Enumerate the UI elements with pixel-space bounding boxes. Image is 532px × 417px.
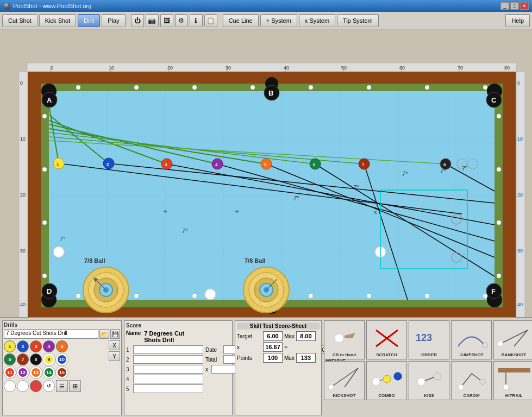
hitrail-icon[interactable]: HITRAIL <box>493 361 532 400</box>
cut-shot-button[interactable]: Cut Shot <box>2 14 37 27</box>
svg-text:8: 8 <box>443 162 446 167</box>
red-ball-button[interactable] <box>30 380 42 392</box>
drill-button[interactable]: Drill <box>78 14 100 27</box>
drill-open-button[interactable]: 📂 <box>99 329 109 339</box>
ball-10-button[interactable]: 10 <box>56 353 68 365</box>
svg-text:2: 2 <box>107 162 109 167</box>
camera-icon-button[interactable]: 📷 <box>146 14 159 27</box>
info-icon-button[interactable]: ℹ <box>190 14 203 27</box>
max-value: 8.00 <box>296 331 316 341</box>
order-icon[interactable]: 123 ORDER <box>409 320 449 359</box>
combo-icon[interactable]: COMBO <box>366 361 407 400</box>
ball-14-button[interactable]: 14 <box>43 367 55 378</box>
max-label-2: Max <box>284 355 295 361</box>
close-button[interactable]: ✕ <box>520 2 529 10</box>
svg-text:7°: 7° <box>182 228 188 234</box>
list-icon-button[interactable]: ☰ <box>56 380 68 392</box>
white-ball-button[interactable] <box>4 380 16 392</box>
kickshot-visual <box>324 363 364 393</box>
ball-1-button[interactable]: 1 <box>4 340 16 352</box>
svg-text:7/8 Ball: 7/8 Ball <box>84 257 105 264</box>
x-value-skill: 16.67 <box>263 342 283 352</box>
x-system-button[interactable]: x System <box>299 14 335 27</box>
skill-test-panel: Skill Test Score-Sheet Target 6.00 Max 8… <box>235 320 322 415</box>
svg-text:123: 123 <box>416 332 432 343</box>
svg-point-58 <box>483 294 487 298</box>
score-panel: Score Name 7 Degrees CutShots Drill 1 <box>124 320 233 415</box>
svg-point-156 <box>483 343 488 348</box>
ball-3-button[interactable]: 3 <box>30 340 42 352</box>
jumpshot-icon[interactable]: JUMPSHOT <box>451 320 492 359</box>
y-button[interactable]: Y <box>109 351 120 361</box>
kiss-icon[interactable]: KISS <box>409 361 449 400</box>
kickshot-icon[interactable]: KICKSHOT <box>324 361 365 400</box>
play-button[interactable]: Play <box>102 14 125 27</box>
drill-save-button[interactable]: 💾 <box>110 329 120 339</box>
svg-point-56 <box>367 294 371 298</box>
svg-text:0: 0 <box>20 80 23 86</box>
plus-system-button[interactable]: + System <box>260 14 297 27</box>
bankshot-icon[interactable]: BANKSHOT <box>493 320 532 359</box>
order-label: ORDER <box>421 352 437 357</box>
help-button[interactable]: Help <box>505 14 530 27</box>
score-input-2[interactable] <box>133 355 203 364</box>
score-input-4[interactable] <box>133 375 203 383</box>
tip-system-button[interactable]: Tip System <box>337 14 379 27</box>
svg-point-164 <box>383 375 391 383</box>
svg-point-174 <box>503 384 509 390</box>
score-input-1[interactable] <box>133 345 203 354</box>
white-ball-3-button[interactable]: ↺ <box>43 380 55 392</box>
scratch-visual <box>367 322 406 352</box>
score-rows: 1 2 3 4 5 <box>126 345 203 393</box>
cb-in-hand-icon[interactable]: CB in Hand <box>324 320 365 359</box>
grid-icon-button[interactable]: ⊞ <box>69 380 81 392</box>
order-visual: 123 <box>409 322 449 352</box>
svg-point-59 <box>42 114 47 118</box>
ball-9-button[interactable]: 9 <box>43 353 55 365</box>
export-icon-button[interactable]: 📋 <box>204 14 217 27</box>
ball-13-button[interactable]: 13 <box>30 367 42 378</box>
carom-icon[interactable]: CAROM <box>451 361 492 400</box>
ball-12-button[interactable]: 12 <box>17 367 29 378</box>
cue-line-button[interactable]: Cue Line <box>223 14 259 27</box>
pool-table-svg: 0 10 20 30 40 50 60 70 80 0 10 20 30 40 … <box>0 29 532 317</box>
x-button[interactable]: X <box>109 340 120 350</box>
svg-point-48 <box>367 85 371 90</box>
kick-shot-button[interactable]: Kick Shot <box>39 14 76 27</box>
white-ball-2-button[interactable] <box>17 380 29 392</box>
scratch-icon[interactable]: SCRATCH <box>366 320 407 359</box>
score-input-3[interactable] <box>133 365 203 374</box>
ball-15-button[interactable]: 15 <box>56 367 68 378</box>
title-bar-controls[interactable]: _ □ ✕ <box>500 2 529 10</box>
ball-7-button[interactable]: 7 <box>17 353 29 365</box>
max-label-1: Max <box>284 333 295 339</box>
shot-icons-row-2: KICKSHOT COMBO <box>324 361 532 400</box>
settings-icon-button[interactable]: ⚙ <box>175 14 188 27</box>
svg-text:20: 20 <box>167 65 173 71</box>
svg-point-44 <box>134 85 139 90</box>
ball-6-button[interactable]: 6 <box>4 353 16 365</box>
name-section: Name 7 Degrees CutShots Drill <box>126 330 230 343</box>
image-icon-button[interactable]: 🖼 <box>160 14 173 27</box>
score-input-5[interactable] <box>133 384 203 393</box>
kiss-visual <box>409 363 449 393</box>
score-num-2: 2 <box>126 357 132 363</box>
ball-2-button[interactable]: 2 <box>17 340 29 352</box>
ball-4-button[interactable]: 4 <box>43 340 55 352</box>
ball-extras-row: ↺ ☰ ⊞ <box>4 380 107 392</box>
ball-5-button[interactable]: 5 <box>56 340 68 352</box>
svg-text:60: 60 <box>399 65 405 71</box>
ball-11-button[interactable]: 11 <box>4 367 16 378</box>
shot-icons-panel: CB in Hand SCRATCH 123 ORDER <box>324 320 532 415</box>
svg-text:3: 3 <box>165 162 167 167</box>
svg-point-162 <box>328 384 334 390</box>
ball-8-button[interactable]: 8 <box>30 353 42 365</box>
svg-text:7°: 7° <box>462 165 468 172</box>
pool-table-area[interactable]: 0 10 20 30 40 50 60 70 80 0 10 20 30 40 … <box>0 29 532 317</box>
minimize-button[interactable]: _ <box>500 2 509 10</box>
equals-skill: = <box>284 344 287 350</box>
cb-in-hand-label: CB in Hand <box>333 352 356 357</box>
jumpshot-label: JUMPSHOT <box>459 352 483 357</box>
power-icon-button[interactable]: ⏻ <box>131 14 144 27</box>
maximize-button[interactable]: □ <box>510 2 519 10</box>
